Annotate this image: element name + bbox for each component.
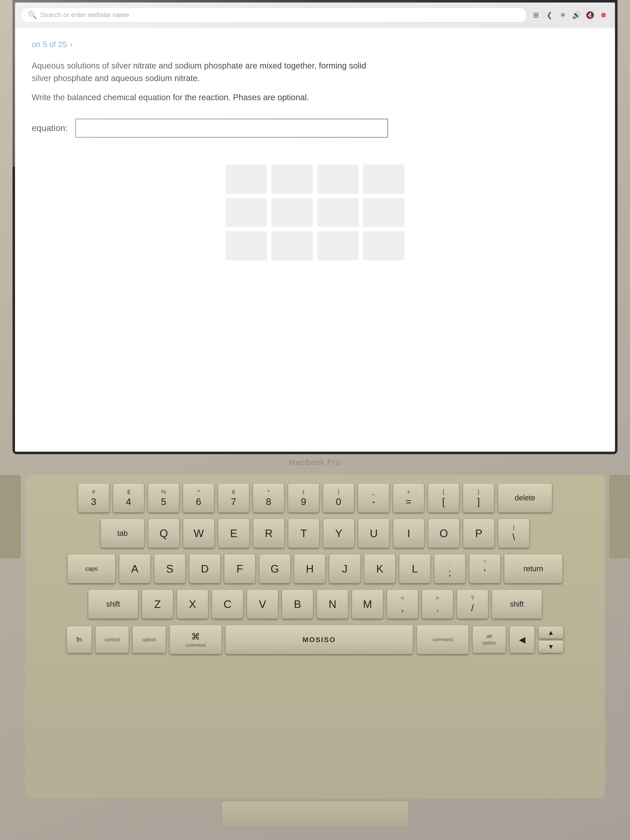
- address-bar[interactable]: 🔍 Search or enter website name: [21, 8, 526, 22]
- key-j[interactable]: J: [329, 554, 360, 583]
- zxcv-row: shift Z X C V B N M: [38, 590, 592, 619]
- key-bracket-close-bottom: ]: [477, 496, 480, 507]
- key-z[interactable]: Z: [142, 590, 173, 619]
- key-minus[interactable]: _ -: [358, 483, 389, 513]
- key-period[interactable]: > .: [422, 590, 453, 619]
- next-arrow[interactable]: ›: [70, 40, 73, 49]
- key-v[interactable]: V: [247, 590, 278, 619]
- key-comma[interactable]: < ,: [387, 590, 418, 619]
- key-h[interactable]: H: [294, 554, 325, 583]
- touchpad[interactable]: [221, 801, 409, 827]
- content-area: on 5 of 25 › Aqueous solutions of silver…: [15, 27, 615, 452]
- key-quote-bottom: ': [484, 567, 486, 578]
- key-semicolon-bottom: ;: [448, 567, 451, 578]
- key-o[interactable]: O: [428, 519, 459, 548]
- key-s[interactable]: S: [154, 554, 185, 583]
- key-i[interactable]: I: [393, 519, 425, 548]
- key-semicolon[interactable]: : ;: [434, 554, 466, 583]
- back-icon[interactable]: ❮: [544, 10, 554, 20]
- key-control[interactable]: control: [95, 626, 129, 653]
- arrow-ud-cluster: ▲ ▼: [538, 626, 563, 653]
- key-t[interactable]: T: [288, 519, 319, 548]
- key-7[interactable]: & 7: [218, 483, 249, 513]
- key-e[interactable]: E: [218, 519, 249, 548]
- key-slash-bottom: /: [471, 602, 474, 614]
- key-control-sub: control: [104, 637, 120, 643]
- volume-icon[interactable]: 🔊: [571, 10, 582, 20]
- key-4[interactable]: $ 4: [113, 483, 144, 513]
- key-c[interactable]: C: [212, 590, 243, 619]
- key-0[interactable]: ) 0: [323, 483, 354, 513]
- key-m[interactable]: M: [352, 590, 383, 619]
- key-u[interactable]: U: [358, 519, 389, 548]
- equation-input[interactable]: [76, 119, 388, 137]
- key-shift-right[interactable]: shift: [492, 590, 542, 619]
- question-nav: on 5 of 25 ›: [32, 40, 598, 49]
- key-b[interactable]: B: [282, 590, 313, 619]
- key-9-bottom: 9: [301, 496, 306, 507]
- key-pipe-top: |: [513, 524, 515, 531]
- key-command-right[interactable]: command: [417, 625, 469, 654]
- key-p[interactable]: P: [463, 519, 494, 548]
- key-slash[interactable]: ? /: [457, 590, 488, 619]
- key-r-label: R: [265, 527, 273, 540]
- key-r[interactable]: R: [253, 519, 284, 548]
- key-3[interactable]: # 3: [78, 483, 109, 513]
- key-arrow-down[interactable]: ▼: [538, 640, 563, 653]
- key-shift-left[interactable]: shift: [88, 590, 138, 619]
- key-command-left-symbol: ⌘: [191, 632, 200, 642]
- key-d[interactable]: D: [189, 554, 220, 583]
- key-g-label: G: [271, 562, 279, 575]
- key-fn[interactable]: fn: [67, 626, 92, 653]
- key-g[interactable]: G: [259, 554, 291, 583]
- key-arrow-left[interactable]: ◀: [510, 626, 535, 653]
- record-icon[interactable]: ⏺: [598, 10, 609, 20]
- macbook-label-area: MacBook Pro: [0, 452, 630, 473]
- key-comma-bottom: ,: [401, 602, 404, 614]
- key-arrow-up[interactable]: ▲: [538, 626, 563, 639]
- mute-icon[interactable]: 🔇: [585, 10, 595, 20]
- key-tab[interactable]: tab: [101, 519, 144, 548]
- key-shift-left-label: shift: [106, 600, 120, 608]
- key-return-label: return: [524, 564, 543, 573]
- key-n[interactable]: N: [317, 590, 348, 619]
- key-k[interactable]: K: [364, 554, 395, 583]
- wm-11: [317, 231, 359, 261]
- key-q-label: Q: [159, 527, 168, 540]
- key-l[interactable]: L: [399, 554, 430, 583]
- key-equals[interactable]: + =: [393, 483, 424, 513]
- key-f[interactable]: F: [224, 554, 256, 583]
- key-a[interactable]: A: [119, 554, 150, 583]
- key-y-label: Y: [335, 527, 343, 540]
- key-period-top: >: [436, 595, 439, 602]
- key-quote[interactable]: " ': [469, 554, 501, 583]
- key-w[interactable]: W: [183, 519, 215, 548]
- key-5[interactable]: % 5: [148, 483, 179, 513]
- key-q[interactable]: Q: [148, 519, 179, 548]
- key-bracket-open[interactable]: { [: [428, 483, 459, 513]
- key-y[interactable]: Y: [323, 519, 354, 548]
- key-delete[interactable]: delete: [498, 483, 552, 513]
- watermark-grid: [226, 164, 404, 261]
- key-b-label: B: [294, 598, 301, 610]
- key-bracket-close[interactable]: } ]: [463, 483, 494, 513]
- key-9[interactable]: ( 9: [288, 483, 319, 513]
- key-capslock[interactable]: caps: [68, 554, 115, 583]
- key-6[interactable]: ^ 6: [183, 483, 214, 513]
- key-command-left[interactable]: ⌘ command: [170, 625, 222, 654]
- key-return[interactable]: return: [504, 554, 562, 583]
- brightness-icon[interactable]: ✳: [558, 10, 568, 20]
- tab-icon[interactable]: ⊞: [531, 10, 541, 20]
- key-x[interactable]: X: [177, 590, 208, 619]
- key-spacebar[interactable]: MOSISO: [226, 625, 413, 654]
- key-bracket-open-bottom: [: [442, 496, 445, 507]
- key-pipe[interactable]: | \: [498, 519, 529, 548]
- key-spacebar-label: MOSISO: [303, 636, 336, 644]
- key-option-right[interactable]: alt option: [472, 626, 506, 653]
- key-0-bottom: 0: [336, 496, 341, 507]
- wm-5: [226, 198, 267, 227]
- key-k-label: K: [376, 562, 384, 575]
- key-8[interactable]: * 8: [253, 483, 284, 513]
- key-bracket-close-top: }: [477, 488, 479, 495]
- key-option-left[interactable]: option: [133, 626, 166, 653]
